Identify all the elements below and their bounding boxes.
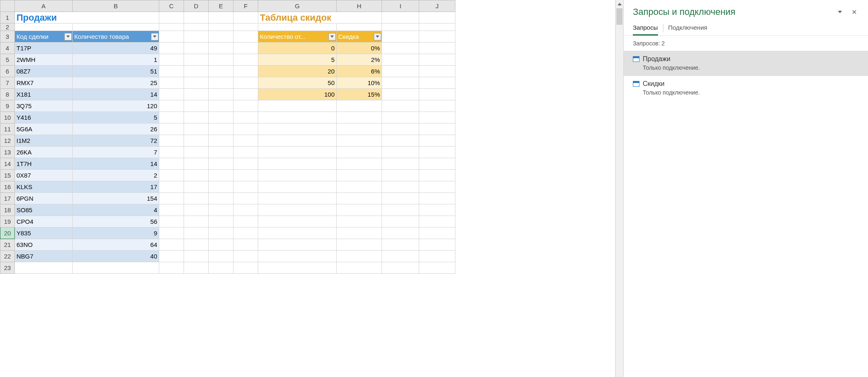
cell-F7[interactable] xyxy=(234,77,258,89)
cell-A8[interactable]: X181 xyxy=(15,89,73,100)
cell-H6[interactable]: 6% xyxy=(337,66,382,77)
cell-E18[interactable] xyxy=(209,204,234,216)
cell-F2[interactable] xyxy=(234,24,258,31)
cell-C9[interactable] xyxy=(159,100,184,112)
row-header-9[interactable]: 9 xyxy=(0,100,15,112)
cell-C19[interactable] xyxy=(159,216,184,228)
cell-I16[interactable] xyxy=(382,181,419,193)
cell-E7[interactable] xyxy=(209,77,234,89)
cell-C14[interactable] xyxy=(159,158,184,170)
cell-E19[interactable] xyxy=(209,216,234,228)
cell-A18[interactable]: SO85 xyxy=(15,204,73,216)
cell-E16[interactable] xyxy=(209,181,234,193)
cell-G12[interactable] xyxy=(258,135,337,147)
cell-J11[interactable] xyxy=(419,123,455,135)
cell-C17[interactable] xyxy=(159,193,184,204)
cell-G20[interactable] xyxy=(258,228,337,239)
cell-I17[interactable] xyxy=(382,193,419,204)
cell-J1[interactable] xyxy=(419,12,455,24)
cell-H23[interactable] xyxy=(337,262,382,274)
panel-menu-button[interactable] xyxy=(835,7,845,17)
cell-A12[interactable]: I1M2 xyxy=(15,135,73,147)
cell-G23[interactable] xyxy=(258,262,337,274)
row-header-3[interactable]: 3 xyxy=(0,31,15,43)
cell-F13[interactable] xyxy=(234,147,258,158)
cell-G6[interactable]: 20 xyxy=(258,66,337,77)
cell-B17[interactable]: 154 xyxy=(73,193,159,204)
cell-F4[interactable] xyxy=(234,43,258,54)
cell-G8[interactable]: 100 xyxy=(258,89,337,100)
cell-G4[interactable]: 0 xyxy=(258,43,337,54)
cell-F23[interactable] xyxy=(234,262,258,274)
cell-J13[interactable] xyxy=(419,147,455,158)
cell-E21[interactable] xyxy=(209,239,234,251)
cell-J8[interactable] xyxy=(419,89,455,100)
cell-H7[interactable]: 10% xyxy=(337,77,382,89)
cell-J9[interactable] xyxy=(419,100,455,112)
cell-J6[interactable] xyxy=(419,66,455,77)
column-header-I[interactable]: I xyxy=(382,0,419,12)
cell-J10[interactable] xyxy=(419,112,455,123)
cell-F1[interactable] xyxy=(234,12,258,24)
cell-J20[interactable] xyxy=(419,228,455,239)
cell-E14[interactable] xyxy=(209,158,234,170)
cell-C1[interactable] xyxy=(159,12,184,24)
cell-G16[interactable] xyxy=(258,181,337,193)
row-header-12[interactable]: 12 xyxy=(0,135,15,147)
cell-G17[interactable] xyxy=(258,193,337,204)
query-item[interactable]: ПродажиТолько подключение. xyxy=(624,51,868,76)
cell-D5[interactable] xyxy=(184,54,209,66)
cell-J7[interactable] xyxy=(419,77,455,89)
column-header-F[interactable]: F xyxy=(234,0,258,12)
cell-I3[interactable] xyxy=(382,31,419,43)
cell-D13[interactable] xyxy=(184,147,209,158)
cell-D18[interactable] xyxy=(184,204,209,216)
cell-G22[interactable] xyxy=(258,251,337,262)
cell-D10[interactable] xyxy=(184,112,209,123)
cell-F19[interactable] xyxy=(234,216,258,228)
cell-I20[interactable] xyxy=(382,228,419,239)
cell-D3[interactable] xyxy=(184,31,209,43)
cell-I4[interactable] xyxy=(382,43,419,54)
cell-H5[interactable]: 2% xyxy=(337,54,382,66)
cell-J3[interactable] xyxy=(419,31,455,43)
cell-I23[interactable] xyxy=(382,262,419,274)
column-header-G[interactable]: G xyxy=(258,0,337,12)
cell-J2[interactable] xyxy=(419,24,455,31)
cell-C7[interactable] xyxy=(159,77,184,89)
tab-queries[interactable]: Запросы xyxy=(633,21,658,36)
cell-F8[interactable] xyxy=(234,89,258,100)
cell-F10[interactable] xyxy=(234,112,258,123)
cell-F11[interactable] xyxy=(234,123,258,135)
cell-A20[interactable]: Y835 xyxy=(15,228,73,239)
row-header-8[interactable]: 8 xyxy=(0,89,15,100)
vertical-scrollbar[interactable] xyxy=(615,0,623,377)
cell-D8[interactable] xyxy=(184,89,209,100)
cell-J12[interactable] xyxy=(419,135,455,147)
row-header-14[interactable]: 14 xyxy=(0,158,15,170)
cell-I22[interactable] xyxy=(382,251,419,262)
cell-E1[interactable] xyxy=(209,12,234,24)
cell-B13[interactable]: 7 xyxy=(73,147,159,158)
cell-I5[interactable] xyxy=(382,54,419,66)
cell-I21[interactable] xyxy=(382,239,419,251)
filter-button[interactable] xyxy=(64,33,72,40)
cell-A13[interactable]: 26KA xyxy=(15,147,73,158)
cell-F17[interactable] xyxy=(234,193,258,204)
cell-D9[interactable] xyxy=(184,100,209,112)
cell-C6[interactable] xyxy=(159,66,184,77)
row-header-5[interactable]: 5 xyxy=(0,54,15,66)
select-all-corner[interactable] xyxy=(0,0,15,12)
cell-C2[interactable] xyxy=(159,24,184,31)
cell-B14[interactable]: 14 xyxy=(73,158,159,170)
cell-G13[interactable] xyxy=(258,147,337,158)
cell-A11[interactable]: 5G6A xyxy=(15,123,73,135)
cell-A21[interactable]: 63NO xyxy=(15,239,73,251)
cell-D21[interactable] xyxy=(184,239,209,251)
cell-B20[interactable]: 9 xyxy=(73,228,159,239)
cell-D1[interactable] xyxy=(184,12,209,24)
cell-H15[interactable] xyxy=(337,170,382,181)
cell-E3[interactable] xyxy=(209,31,234,43)
cell-A10[interactable]: Y416 xyxy=(15,112,73,123)
cell-D16[interactable] xyxy=(184,181,209,193)
